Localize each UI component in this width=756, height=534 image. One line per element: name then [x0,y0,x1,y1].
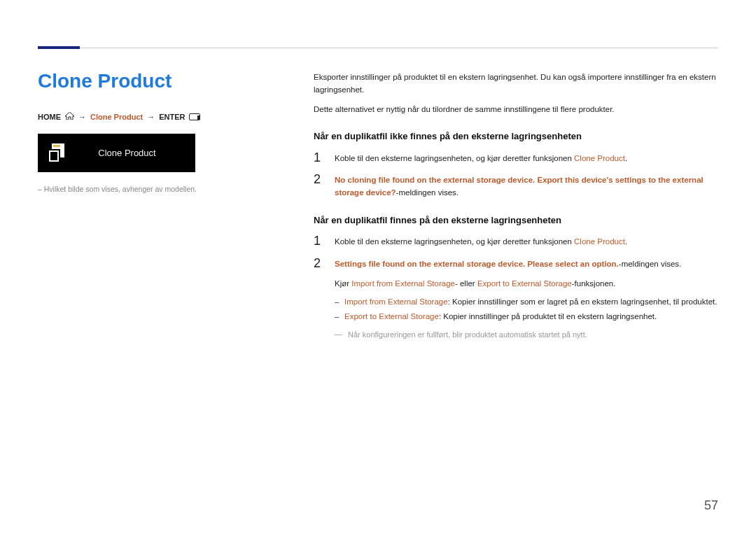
dash-icon: ― [335,329,342,339]
text: -funksjonen. [572,279,616,288]
intro-paragraph-1: Eksporter innstillinger på produktet til… [314,71,718,97]
page-number: 57 [704,498,718,513]
text: Kjør [335,279,351,288]
intro-paragraph-2: Dette alternativet er nyttig når du tilo… [314,104,718,116]
step-body: Koble til den eksterne lagringsenheten, … [335,153,718,165]
run-function-line: Kjør Import from External Storage- eller… [335,278,718,290]
horizontal-rule [38,48,718,48]
text: Koble til den eksterne lagringsenheten, … [335,154,574,162]
tile-label: Clone Product [69,148,186,158]
image-footnote: Hvilket bilde som vises, avhenger av mod… [38,185,248,193]
text: - eller [455,279,477,288]
highlight-import: Import from External Storage [344,297,448,306]
highlight-export: Export to External Storage [477,279,572,288]
sec2-step-1: 1 Koble til den eksterne lagringsenheten… [314,236,718,248]
step-body: Settings file found on the external stor… [335,258,718,341]
page-title: Clone Product [38,70,248,92]
tip-note: ― Når konfigureringen er fullført, blir … [335,329,718,341]
accent-bar [38,46,80,49]
highlight-clone-product: Clone Product [574,237,625,246]
highlight-export: Export to External Storage [344,312,439,321]
text: -meldingen vises. [396,188,458,197]
breadcrumb-arrow: → [147,113,155,121]
highlight-message: No cloning file found on the external st… [335,176,704,197]
highlight-message: Settings file found on the external stor… [335,260,619,268]
clone-product-tile: Clone Product [38,134,195,172]
breadcrumb-enter: ENTER [159,113,185,121]
step-body: Koble til den eksterne lagringsenheten, … [335,236,718,248]
highlight-import: Import from External Storage [351,279,455,288]
breadcrumb-product: Clone Product [90,113,143,121]
text: . [625,154,627,162]
sec1-step-2: 2 No cloning file found on the external … [314,174,718,199]
text: Koble til den eksterne lagringsenheten, … [335,237,574,246]
sec2-step-2: 2 Settings file found on the external st… [314,258,718,341]
left-column: Clone Product HOME → Clone Product → ENT… [38,70,248,193]
sec1-step-1: 1 Koble til den eksterne lagringsenheten… [314,153,718,165]
home-icon [65,112,74,121]
text: : Kopier innstillinger som er lagret på … [448,297,718,306]
list-item: Export to External Storage: Kopier innst… [335,311,718,323]
breadcrumb-arrow: → [78,113,86,121]
text: -meldingen vises. [619,260,681,268]
step-body: No cloning file found on the external st… [335,174,718,199]
list-item: Import from External Storage: Kopier inn… [335,296,718,309]
text: . [625,237,627,246]
clone-product-icon [48,143,67,163]
step-number: 2 [314,257,322,269]
breadcrumb-home: HOME [38,113,61,121]
breadcrumb: HOME → Clone Product → ENTER [38,112,248,121]
enter-icon [189,113,200,120]
step-number: 1 [314,151,322,164]
text: : Kopier innstillinger på produktet til … [439,312,657,321]
section-1-heading: Når en duplikatfil ikke finnes på den ek… [314,129,718,143]
tip-text: Når konfigureringen er fullført, blir pr… [348,329,587,341]
right-column: Eksporter innstillinger på produktet til… [314,71,718,351]
highlight-clone-product: Clone Product [574,154,625,162]
step-number: 1 [314,234,322,247]
function-list: Import from External Storage: Kopier inn… [335,296,718,324]
section-2-heading: Når en duplikatfil finnes på den ekstern… [314,213,718,227]
step-number: 2 [314,173,322,185]
